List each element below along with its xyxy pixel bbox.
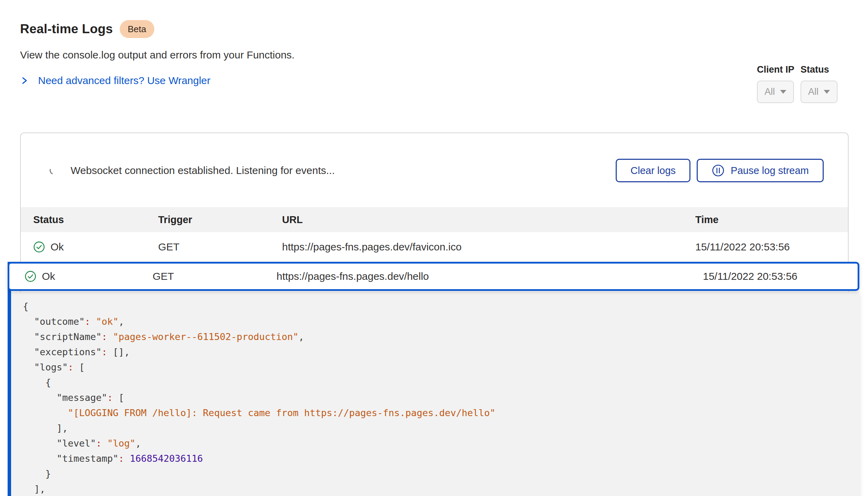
wrangler-link[interactable]: Need advanced filters? Use Wrangler [20,75,295,86]
expanded-log-entry: Ok GET https://pages-fns.pages.dev/hello… [8,262,859,496]
row-time: 15/11/2022 20:53:56 [703,270,858,282]
row-url: https://pages-fns.pages.dev/hello [277,270,703,282]
chevron-right-icon [20,75,29,86]
column-header-time: Time [695,214,848,226]
column-header-trigger: Trigger [158,214,282,226]
client-ip-filter-dropdown[interactable]: All [757,81,794,103]
log-table-row-selected[interactable]: Ok GET https://pages-fns.pages.dev/hello… [8,262,859,291]
pause-log-stream-button[interactable]: Pause log stream [697,159,824,182]
pause-log-stream-button-label: Pause log stream [731,165,809,176]
caret-down-icon [780,90,786,94]
log-detail-code: { "outcome": "ok", "scriptName": "pages-… [11,292,859,496]
log-panel-toolbar: Websocket connection established. Listen… [21,133,848,207]
websocket-status-message: Websocket connection established. Listen… [71,165,335,176]
log-table-row[interactable]: Ok GET https://pages-fns.pages.dev/favic… [21,232,848,262]
spinner-icon [48,165,59,176]
page-title: Real-time Logs [20,22,113,36]
wrangler-link-label: Need advanced filters? Use Wrangler [38,75,210,86]
page-subtitle: View the console.log output and errors f… [20,49,295,61]
clear-logs-button-label: Clear logs [631,165,676,176]
row-url: https://pages-fns.pages.dev/favicon.ico [282,241,695,253]
status-filter-label: Status [801,64,829,75]
column-header-status: Status [33,214,158,226]
check-circle-icon [25,270,36,282]
row-status: Ok [51,241,64,253]
row-trigger: GET [153,270,277,282]
log-panel: Websocket connection established. Listen… [20,132,849,496]
status-filter-dropdown[interactable]: All [801,81,838,103]
row-status: Ok [42,270,55,282]
row-trigger: GET [158,241,282,253]
client-ip-filter-value: All [765,86,775,97]
client-ip-filter-label: Client IP [757,64,794,75]
row-time: 15/11/2022 20:53:56 [695,241,848,253]
caret-down-icon [824,90,830,94]
status-filter-value: All [808,86,819,97]
realtime-logs-page: Real-time Logs Beta View the console.log… [0,0,868,496]
log-table-header: Status Trigger URL Time [21,207,848,232]
log-filters: Client IP All Status All [757,64,838,103]
clear-logs-button[interactable]: Clear logs [616,159,691,182]
pause-icon [712,164,725,177]
column-header-url: URL [282,214,695,226]
check-circle-icon [33,241,45,253]
beta-badge: Beta [120,20,154,38]
page-header: Real-time Logs Beta View the console.log… [20,20,295,86]
